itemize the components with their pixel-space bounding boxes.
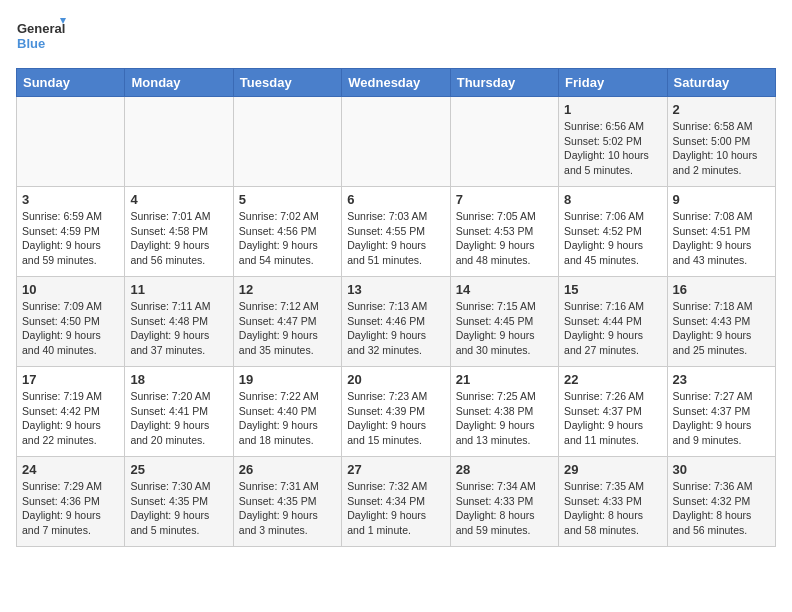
- day-cell: 30Sunrise: 7:36 AM Sunset: 4:32 PM Dayli…: [667, 457, 775, 547]
- day-number: 18: [130, 372, 227, 387]
- svg-text:General: General: [17, 21, 65, 36]
- col-header-saturday: Saturday: [667, 69, 775, 97]
- day-info: Sunrise: 7:30 AM Sunset: 4:35 PM Dayligh…: [130, 479, 227, 538]
- day-cell: 14Sunrise: 7:15 AM Sunset: 4:45 PM Dayli…: [450, 277, 558, 367]
- day-number: 7: [456, 192, 553, 207]
- col-header-sunday: Sunday: [17, 69, 125, 97]
- week-row-2: 3Sunrise: 6:59 AM Sunset: 4:59 PM Daylig…: [17, 187, 776, 277]
- day-cell: 2Sunrise: 6:58 AM Sunset: 5:00 PM Daylig…: [667, 97, 775, 187]
- week-row-3: 10Sunrise: 7:09 AM Sunset: 4:50 PM Dayli…: [17, 277, 776, 367]
- day-number: 13: [347, 282, 444, 297]
- day-number: 11: [130, 282, 227, 297]
- day-cell: 17Sunrise: 7:19 AM Sunset: 4:42 PM Dayli…: [17, 367, 125, 457]
- week-row-5: 24Sunrise: 7:29 AM Sunset: 4:36 PM Dayli…: [17, 457, 776, 547]
- day-cell: 24Sunrise: 7:29 AM Sunset: 4:36 PM Dayli…: [17, 457, 125, 547]
- day-cell: 7Sunrise: 7:05 AM Sunset: 4:53 PM Daylig…: [450, 187, 558, 277]
- day-cell: 15Sunrise: 7:16 AM Sunset: 4:44 PM Dayli…: [559, 277, 667, 367]
- day-info: Sunrise: 7:01 AM Sunset: 4:58 PM Dayligh…: [130, 209, 227, 268]
- day-info: Sunrise: 7:32 AM Sunset: 4:34 PM Dayligh…: [347, 479, 444, 538]
- col-header-thursday: Thursday: [450, 69, 558, 97]
- week-row-4: 17Sunrise: 7:19 AM Sunset: 4:42 PM Dayli…: [17, 367, 776, 457]
- day-number: 16: [673, 282, 770, 297]
- day-cell: 27Sunrise: 7:32 AM Sunset: 4:34 PM Dayli…: [342, 457, 450, 547]
- day-number: 12: [239, 282, 336, 297]
- day-cell: [17, 97, 125, 187]
- day-cell: 8Sunrise: 7:06 AM Sunset: 4:52 PM Daylig…: [559, 187, 667, 277]
- col-header-friday: Friday: [559, 69, 667, 97]
- calendar-table: SundayMondayTuesdayWednesdayThursdayFrid…: [16, 68, 776, 547]
- day-info: Sunrise: 7:18 AM Sunset: 4:43 PM Dayligh…: [673, 299, 770, 358]
- col-header-monday: Monday: [125, 69, 233, 97]
- day-info: Sunrise: 7:23 AM Sunset: 4:39 PM Dayligh…: [347, 389, 444, 448]
- day-cell: 28Sunrise: 7:34 AM Sunset: 4:33 PM Dayli…: [450, 457, 558, 547]
- day-info: Sunrise: 7:16 AM Sunset: 4:44 PM Dayligh…: [564, 299, 661, 358]
- day-number: 14: [456, 282, 553, 297]
- day-number: 3: [22, 192, 119, 207]
- day-info: Sunrise: 6:58 AM Sunset: 5:00 PM Dayligh…: [673, 119, 770, 178]
- day-info: Sunrise: 7:26 AM Sunset: 4:37 PM Dayligh…: [564, 389, 661, 448]
- day-info: Sunrise: 6:56 AM Sunset: 5:02 PM Dayligh…: [564, 119, 661, 178]
- day-cell: 25Sunrise: 7:30 AM Sunset: 4:35 PM Dayli…: [125, 457, 233, 547]
- day-info: Sunrise: 7:22 AM Sunset: 4:40 PM Dayligh…: [239, 389, 336, 448]
- day-number: 6: [347, 192, 444, 207]
- day-number: 17: [22, 372, 119, 387]
- day-cell: 11Sunrise: 7:11 AM Sunset: 4:48 PM Dayli…: [125, 277, 233, 367]
- day-cell: 18Sunrise: 7:20 AM Sunset: 4:41 PM Dayli…: [125, 367, 233, 457]
- day-cell: 13Sunrise: 7:13 AM Sunset: 4:46 PM Dayli…: [342, 277, 450, 367]
- day-cell: [233, 97, 341, 187]
- week-row-1: 1Sunrise: 6:56 AM Sunset: 5:02 PM Daylig…: [17, 97, 776, 187]
- day-number: 21: [456, 372, 553, 387]
- day-number: 15: [564, 282, 661, 297]
- logo-svg: General Blue: [16, 16, 66, 56]
- col-header-wednesday: Wednesday: [342, 69, 450, 97]
- day-cell: [342, 97, 450, 187]
- day-cell: 20Sunrise: 7:23 AM Sunset: 4:39 PM Dayli…: [342, 367, 450, 457]
- day-info: Sunrise: 7:25 AM Sunset: 4:38 PM Dayligh…: [456, 389, 553, 448]
- day-info: Sunrise: 7:35 AM Sunset: 4:33 PM Dayligh…: [564, 479, 661, 538]
- day-info: Sunrise: 7:03 AM Sunset: 4:55 PM Dayligh…: [347, 209, 444, 268]
- day-info: Sunrise: 7:12 AM Sunset: 4:47 PM Dayligh…: [239, 299, 336, 358]
- day-number: 8: [564, 192, 661, 207]
- day-number: 30: [673, 462, 770, 477]
- day-number: 28: [456, 462, 553, 477]
- day-number: 1: [564, 102, 661, 117]
- day-cell: 1Sunrise: 6:56 AM Sunset: 5:02 PM Daylig…: [559, 97, 667, 187]
- day-info: Sunrise: 7:13 AM Sunset: 4:46 PM Dayligh…: [347, 299, 444, 358]
- day-number: 2: [673, 102, 770, 117]
- day-cell: 23Sunrise: 7:27 AM Sunset: 4:37 PM Dayli…: [667, 367, 775, 457]
- day-cell: 4Sunrise: 7:01 AM Sunset: 4:58 PM Daylig…: [125, 187, 233, 277]
- day-info: Sunrise: 7:15 AM Sunset: 4:45 PM Dayligh…: [456, 299, 553, 358]
- day-cell: [125, 97, 233, 187]
- day-cell: 12Sunrise: 7:12 AM Sunset: 4:47 PM Dayli…: [233, 277, 341, 367]
- day-cell: 9Sunrise: 7:08 AM Sunset: 4:51 PM Daylig…: [667, 187, 775, 277]
- day-number: 5: [239, 192, 336, 207]
- day-cell: 21Sunrise: 7:25 AM Sunset: 4:38 PM Dayli…: [450, 367, 558, 457]
- day-number: 10: [22, 282, 119, 297]
- day-cell: 22Sunrise: 7:26 AM Sunset: 4:37 PM Dayli…: [559, 367, 667, 457]
- day-info: Sunrise: 7:09 AM Sunset: 4:50 PM Dayligh…: [22, 299, 119, 358]
- day-number: 23: [673, 372, 770, 387]
- day-number: 19: [239, 372, 336, 387]
- day-cell: 29Sunrise: 7:35 AM Sunset: 4:33 PM Dayli…: [559, 457, 667, 547]
- day-info: Sunrise: 7:36 AM Sunset: 4:32 PM Dayligh…: [673, 479, 770, 538]
- day-cell: 26Sunrise: 7:31 AM Sunset: 4:35 PM Dayli…: [233, 457, 341, 547]
- day-number: 24: [22, 462, 119, 477]
- day-cell: 3Sunrise: 6:59 AM Sunset: 4:59 PM Daylig…: [17, 187, 125, 277]
- day-cell: 6Sunrise: 7:03 AM Sunset: 4:55 PM Daylig…: [342, 187, 450, 277]
- day-info: Sunrise: 6:59 AM Sunset: 4:59 PM Dayligh…: [22, 209, 119, 268]
- day-number: 4: [130, 192, 227, 207]
- day-info: Sunrise: 7:02 AM Sunset: 4:56 PM Dayligh…: [239, 209, 336, 268]
- header: General Blue: [16, 16, 776, 56]
- day-cell: [450, 97, 558, 187]
- logo: General Blue: [16, 16, 66, 56]
- day-number: 27: [347, 462, 444, 477]
- day-number: 9: [673, 192, 770, 207]
- day-cell: 10Sunrise: 7:09 AM Sunset: 4:50 PM Dayli…: [17, 277, 125, 367]
- day-info: Sunrise: 7:20 AM Sunset: 4:41 PM Dayligh…: [130, 389, 227, 448]
- day-info: Sunrise: 7:08 AM Sunset: 4:51 PM Dayligh…: [673, 209, 770, 268]
- header-row: SundayMondayTuesdayWednesdayThursdayFrid…: [17, 69, 776, 97]
- day-number: 22: [564, 372, 661, 387]
- day-info: Sunrise: 7:19 AM Sunset: 4:42 PM Dayligh…: [22, 389, 119, 448]
- day-info: Sunrise: 7:11 AM Sunset: 4:48 PM Dayligh…: [130, 299, 227, 358]
- day-number: 29: [564, 462, 661, 477]
